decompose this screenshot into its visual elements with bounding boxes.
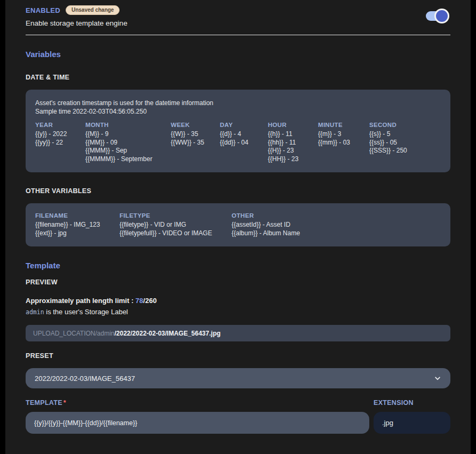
variable-item: {{MM}} - 09 <box>85 139 171 147</box>
variable-column-header: MINUTE <box>318 122 369 128</box>
variable-column-month: MONTH{{M}} - 9{{MM}} - 09{{MMM}} - Sep{{… <box>85 122 171 163</box>
variable-item: {{h}} - 11 <box>268 130 318 139</box>
extension-field-label: EXTENSION <box>374 399 450 407</box>
variable-item: {{M}} - 9 <box>85 130 171 139</box>
path-preview-bar: UPLOAD_LOCATION/admin/2022/2022-02-03/IM… <box>26 325 450 341</box>
variable-item: {{d}} - 4 <box>220 130 268 139</box>
template-label-text: TEMPLATE <box>26 399 62 407</box>
variable-item: {{mm}} - 03 <box>318 139 369 147</box>
variable-item: {{WW}} - 35 <box>171 139 220 147</box>
variable-item: {{ss}} - 05 <box>369 139 441 147</box>
enable-description: Enable storage template engine <box>26 19 128 27</box>
preview-path-prefix: UPLOAD_LOCATION/admin <box>33 330 115 337</box>
variable-column-header: FILETYPE <box>120 212 232 219</box>
variable-column-filetype: FILETYPE{{filetype}} - VID or IMG{{filet… <box>120 212 232 237</box>
required-asterisk: * <box>64 399 66 407</box>
path-limit-text: Approximately path length limit : <box>26 297 136 305</box>
unsaved-change-badge: Unsaved change <box>66 5 120 15</box>
variable-column-filename: FILENAME{{filename}} - IMG_123{{ext}} - … <box>35 212 120 237</box>
variable-column-header: HOUR <box>268 122 318 128</box>
variable-item: {{W}} - 35 <box>171 130 220 139</box>
chevron-down-icon <box>434 375 441 382</box>
variable-item: {{filetype}} - VID or IMG <box>120 221 232 229</box>
variable-column-week: WEEK{{W}} - 35{{WW}} - 35 <box>171 122 220 163</box>
datetime-note-2: Sample time 2022-02-03T04:56:05.250 <box>35 107 441 116</box>
storage-label-user: admin <box>26 308 44 316</box>
template-field-label: TEMPLATE* <box>26 399 369 407</box>
variable-item: {{m}} - 3 <box>318 130 369 139</box>
variable-column-header: MONTH <box>85 122 171 128</box>
variable-column-header: YEAR <box>35 122 85 128</box>
variable-column-second: SECOND{{s}} - 5{{ss}} - 05{{SSS}} - 250 <box>369 122 441 163</box>
path-length-limit: Approximately path length limit : 78/260 <box>26 297 450 305</box>
other-variables-panel: FILENAME{{filename}} - IMG_123{{ext}} - … <box>26 203 450 246</box>
variable-column-other: OTHER{{assetId}} - Asset ID{{album}} - A… <box>232 212 441 237</box>
variable-item: {{s}} - 5 <box>369 130 441 139</box>
enabled-label: ENABLED <box>26 6 60 14</box>
storage-label-suffix: is the user's Storage Label <box>44 308 128 316</box>
variable-item: {{album}} - Album Name <box>232 229 441 238</box>
datetime-variable-columns: YEAR{{y}} - 2022{{yy}} - 22MONTH{{M}} - … <box>35 122 441 163</box>
extension-value: .jpg <box>382 419 393 427</box>
variables-heading: Variables <box>26 50 450 59</box>
variable-item: {{H}} - 23 <box>268 147 318 155</box>
variable-item: {{assetId}} - Asset ID <box>232 221 441 229</box>
variable-item: {{HH}} - 23 <box>268 155 318 164</box>
storage-template-settings-page: ENABLED Unsaved change Enable storage te… <box>5 0 471 454</box>
template-input[interactable] <box>26 412 369 434</box>
storage-label-line: admin is the user's Storage Label <box>26 308 450 316</box>
preset-selected-value: 2022/2022-02-03/IMAGE_56437 <box>35 375 135 383</box>
variable-item: {{filename}} - IMG_123 <box>35 221 120 229</box>
variable-column-day: DAY{{d}} - 4{{dd}} - 04 <box>220 122 268 163</box>
variable-column-year: YEAR{{y}} - 2022{{yy}} - 22 <box>35 122 85 163</box>
variable-item: {{MMM}} - Sep <box>85 147 171 155</box>
variable-item: {{hh}} - 11 <box>268 139 318 147</box>
section-divider <box>26 35 450 35</box>
variable-item: {{ext}} - jpg <box>35 229 120 238</box>
variable-column-header: OTHER <box>232 212 441 219</box>
variable-item: {{SSS}} - 250 <box>369 147 441 155</box>
path-max-value: /260 <box>143 297 156 305</box>
toggle-knob <box>434 9 449 23</box>
variable-item: {{dd}} - 04 <box>220 139 268 147</box>
other-variable-columns: FILENAME{{filename}} - IMG_123{{ext}} - … <box>35 212 441 237</box>
preset-select[interactable]: 2022/2022-02-03/IMAGE_56437 <box>26 368 450 388</box>
variable-item: {{yy}} - 22 <box>35 139 85 147</box>
variable-column-header: SECOND <box>369 122 441 128</box>
enable-section: ENABLED Unsaved change Enable storage te… <box>26 5 450 27</box>
variable-column-hour: HOUR{{h}} - 11{{hh}} - 11{{H}} - 23{{HH}… <box>268 122 318 163</box>
datetime-variables-panel: Asset's creation timestamp is used for t… <box>26 90 450 172</box>
variable-item: {{MMMM}} - September <box>85 155 171 164</box>
datetime-note-1: Asset's creation timestamp is used for t… <box>35 99 441 107</box>
preview-label: PREVIEW <box>26 278 450 286</box>
datetime-label: DATE & TIME <box>26 74 450 81</box>
variable-item: {{filetypefull}} - VIDEO or IMAGE <box>120 229 232 238</box>
extension-value-box: .jpg <box>374 412 450 434</box>
other-variables-label: OTHER VARIABLES <box>26 187 450 195</box>
variable-item: {{y}} - 2022 <box>35 130 85 139</box>
variable-column-header: DAY <box>220 122 268 128</box>
template-heading: Template <box>26 261 450 270</box>
path-length-value: 78 <box>136 297 143 305</box>
preset-label: PRESET <box>26 352 450 360</box>
variable-column-header: FILENAME <box>35 212 120 219</box>
variable-column-minute: MINUTE{{m}} - 3{{mm}} - 03 <box>318 122 369 163</box>
preview-path-result: /2022/2022-02-03/IMAGE_56437.jpg <box>115 330 221 337</box>
storage-template-toggle[interactable] <box>426 9 449 23</box>
variable-column-header: WEEK <box>171 122 220 128</box>
